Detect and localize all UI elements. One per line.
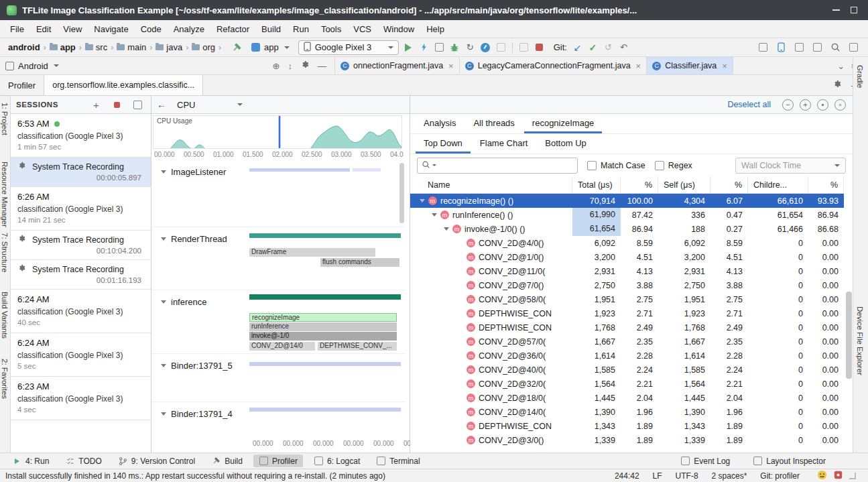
thread-name[interactable]: ImageListener — [161, 167, 226, 177]
hide-toolwindow-icon[interactable]: — — [318, 61, 326, 71]
git-commit-icon[interactable]: ✓ — [586, 41, 599, 54]
profiler-tool-label[interactable]: Profiler — [0, 75, 44, 95]
deselect-all-link[interactable]: Deselect all — [727, 100, 771, 109]
analysis-tab-all-threads[interactable]: All threads — [465, 114, 522, 133]
menu-item-analyze[interactable]: Analyze — [168, 21, 210, 37]
profiler-session-tab[interactable]: org.tensorflow.lite.examples.classific..… — [44, 75, 203, 95]
session-item[interactable]: 6:53 AMclassification (Google Pixel 3)1 … — [11, 114, 151, 158]
feedback-smiley-icon[interactable] — [817, 470, 827, 482]
collapse-icon[interactable] — [161, 300, 166, 304]
collapse-icon[interactable] — [161, 237, 166, 241]
column-header-total-s-1[interactable]: Total (μs) — [572, 176, 621, 193]
reset-zoom-icon[interactable]: • — [817, 99, 828, 111]
editor-tab-onnectionfragment-java[interactable]: ConnectionFragment.java× — [335, 57, 460, 74]
table-row-conv-2d-58-0[interactable]: mCONV_2D@58/0(1,9512.751,9512.7500.00 — [410, 292, 844, 306]
toolwindow-button-terminal[interactable]: Terminal — [371, 455, 425, 467]
column-header-name[interactable]: Name — [410, 176, 572, 193]
collapse-icon[interactable] — [161, 364, 166, 367]
rerun-icon[interactable]: ↻ — [464, 41, 477, 54]
stop-recording-icon[interactable] — [111, 99, 123, 111]
gear-icon[interactable] — [832, 80, 842, 91]
table-row-recognizeimage[interactable]: mrecognizeImage() ()70,914100.004,3046.0… — [410, 194, 844, 208]
menu-item-refactor[interactable]: Refactor — [210, 21, 255, 37]
toolwindow-button-resource-manager[interactable]: Resource Manager — [1, 160, 9, 229]
coverage-icon[interactable] — [517, 41, 530, 54]
zoom-in-icon[interactable]: + — [800, 99, 811, 111]
analysis-tab-analysis[interactable]: Analysis — [416, 114, 464, 133]
thread-row-imagelistener[interactable]: ImageListener — [151, 160, 405, 227]
table-row-conv-2d-40-0[interactable]: mCONV_2D@40/0(1,5852.241,5852.2400.00 — [410, 363, 844, 377]
breadcrumb-java[interactable]: java — [154, 42, 184, 52]
apply-code-changes-icon[interactable] — [433, 41, 446, 54]
menu-item-edit[interactable]: Edit — [30, 21, 57, 37]
cpu-usage-chart[interactable]: CPU Usage — [153, 115, 402, 149]
table-row-conv-2d-7-0[interactable]: mCONV_2D@7/0()2,7503.882,7503.8800.00 — [410, 278, 844, 292]
match-case-checkbox[interactable]: Match Case — [587, 161, 645, 170]
thread-name[interactable]: RenderThread — [161, 234, 227, 244]
table-row-conv-2d-32-0[interactable]: mCONV_2D@32/0(1,5642.211,5642.2100.00 — [410, 377, 844, 391]
expand-icon[interactable] — [420, 199, 425, 202]
gear-icon[interactable] — [300, 60, 310, 72]
column-header--6[interactable]: % — [808, 176, 844, 193]
maximize-icon[interactable] — [851, 7, 857, 13]
expand-icon[interactable] — [444, 227, 449, 231]
table-row-runinference[interactable]: mrunInference() ()61,99087.423360.4761,6… — [410, 208, 844, 222]
table-row-depthwise-con[interactable]: mDEPTHWISE_CON1,7682.491,7682.4900.00 — [410, 320, 844, 335]
scrollbar-thumb[interactable] — [399, 163, 404, 223]
table-row-conv-2d-57-0[interactable]: mCONV_2D@57/0(1,6672.351,6672.3500.00 — [410, 335, 844, 349]
search-everywhere-icon[interactable] — [829, 41, 842, 54]
debug-icon[interactable] — [448, 41, 461, 54]
breadcrumb-org[interactable]: org — [190, 42, 216, 52]
toolwindow-button-event-log[interactable]: Event Log — [675, 455, 735, 467]
menu-item-navigate[interactable]: Navigate — [88, 21, 134, 37]
toolwindow-button-todo[interactable]: TODO — [60, 455, 107, 467]
toolwindow-button-7-structure[interactable]: 7: Structure — [1, 231, 9, 274]
toolwindow-button-1-project[interactable]: 1: Project — [1, 101, 9, 137]
build-hammer-icon[interactable] — [231, 41, 243, 54]
zoom-to-selection-icon[interactable]: ▫ — [834, 99, 846, 111]
trace-event-conv2d[interactable]: CONV_2D@14/0 — [249, 342, 315, 351]
trace-event-invoke[interactable]: invoke@-1/0 — [249, 332, 397, 341]
trace-event-flush-commands[interactable]: flush commands — [320, 258, 399, 267]
menu-item-help[interactable]: Help — [420, 21, 450, 37]
menu-item-view[interactable]: View — [57, 21, 88, 37]
git-update-icon[interactable]: ↙ — [571, 41, 584, 54]
trace-event-drawframe[interactable]: DrawFrame — [249, 248, 375, 257]
trace-event-runinference[interactable]: runInference — [249, 322, 397, 331]
table-row-conv-2d-4-0[interactable]: mCONV_2D@4/0()6,0928.596,0928.5900.00 — [410, 236, 844, 250]
apply-changes-icon[interactable] — [418, 41, 430, 54]
editor-tab-legacycameraconnectionfragment-java[interactable]: CLegacyCameraConnectionFragment.java× — [460, 57, 647, 74]
toolwindow-button-device-file-explorer[interactable]: Device File Explorer — [856, 305, 864, 377]
recording-item[interactable]: System Trace Recording00:01:16.193 — [11, 260, 151, 290]
toolwindow-button-2-favorites[interactable]: 2: Favorites — [1, 357, 9, 400]
table-row-conv-2d-1-0[interactable]: mCONV_2D@1/0()3,2004.513,2004.5100.00 — [410, 250, 844, 264]
sdk-manager-icon[interactable] — [811, 41, 824, 54]
resize-grip-icon[interactable] — [849, 473, 856, 479]
attach-debugger-icon[interactable] — [495, 41, 507, 54]
menu-item-file[interactable]: File — [4, 21, 30, 37]
device-select[interactable]: Google Pixel 3 — [298, 40, 399, 55]
recording-item[interactable]: System Trace Recording00:10:04.200 — [11, 231, 151, 260]
table-row-invoke-1-0[interactable]: minvoke@-1/0() ()61,65486.941880.2761,46… — [410, 222, 844, 236]
back-icon[interactable]: ← — [157, 99, 166, 110]
menu-item-vcs[interactable]: VCS — [347, 21, 377, 37]
run-icon[interactable] — [402, 41, 415, 54]
notification-icon[interactable] — [834, 471, 843, 481]
timeline-selection-marker[interactable] — [278, 116, 281, 148]
column-header--2[interactable]: % — [621, 176, 658, 193]
minimize-icon[interactable] — [832, 9, 840, 11]
session-item[interactable]: 6:23 AMclassification (Google Pixel 3)4 … — [11, 377, 151, 420]
editor-tab-classifier-java[interactable]: CClassifier.java× — [647, 57, 733, 74]
thread-name[interactable]: Binder:13791_4 — [161, 409, 233, 419]
git-rollback-icon[interactable]: ↶ — [617, 41, 630, 54]
table-scrollbar[interactable] — [845, 292, 852, 451]
recording-item[interactable]: System Trace Recording00:00:05.897 — [11, 158, 151, 187]
toolwindow-button-build-variants[interactable]: Build Variants — [1, 290, 9, 340]
menu-item-window[interactable]: Window — [377, 21, 420, 37]
device-manager-icon[interactable] — [775, 41, 788, 54]
breadcrumb-android[interactable]: android — [7, 42, 42, 52]
profiler-type-select[interactable]: CPU — [173, 99, 247, 111]
toolwindow-button-6-logcat[interactable]: 6: Logcat — [308, 455, 365, 467]
add-session-icon[interactable]: + — [90, 99, 103, 111]
table-row-depthwise-con[interactable]: mDEPTHWISE_CON1,3431.891,3431.8900.00 — [410, 419, 844, 433]
